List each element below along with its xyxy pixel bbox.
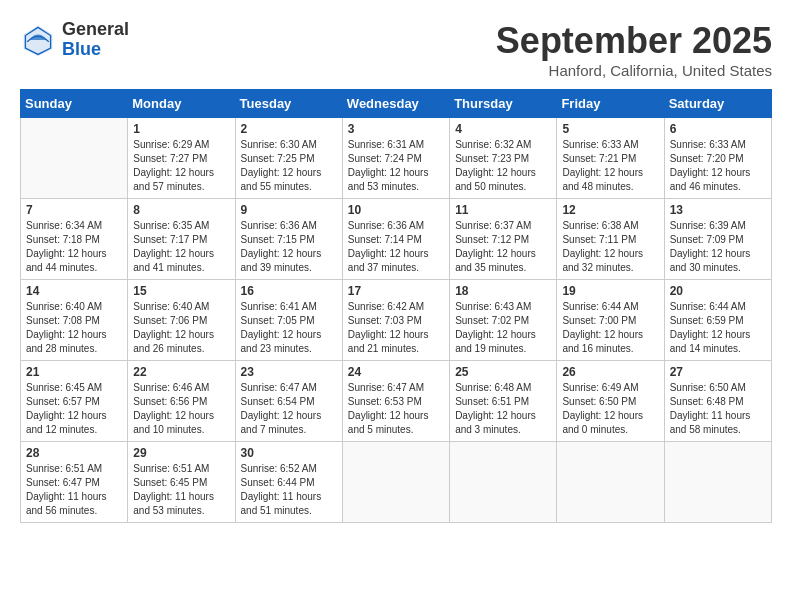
calendar-cell: 20Sunrise: 6:44 AM Sunset: 6:59 PM Dayli… [664,280,771,361]
logo-icon [20,22,56,58]
calendar-cell [21,118,128,199]
calendar-table: SundayMondayTuesdayWednesdayThursdayFrid… [20,89,772,523]
day-number: 4 [455,122,551,136]
logo-text: General Blue [62,20,129,60]
weekday-header-friday: Friday [557,90,664,118]
calendar-cell [342,442,449,523]
calendar-cell: 5Sunrise: 6:33 AM Sunset: 7:21 PM Daylig… [557,118,664,199]
day-number: 24 [348,365,444,379]
weekday-header-tuesday: Tuesday [235,90,342,118]
day-number: 22 [133,365,229,379]
calendar-cell: 6Sunrise: 6:33 AM Sunset: 7:20 PM Daylig… [664,118,771,199]
calendar-cell: 27Sunrise: 6:50 AM Sunset: 6:48 PM Dayli… [664,361,771,442]
title-area: September 2025 Hanford, California, Unit… [496,20,772,79]
day-info: Sunrise: 6:51 AM Sunset: 6:47 PM Dayligh… [26,462,122,518]
day-number: 14 [26,284,122,298]
calendar-cell: 24Sunrise: 6:47 AM Sunset: 6:53 PM Dayli… [342,361,449,442]
calendar-cell: 22Sunrise: 6:46 AM Sunset: 6:56 PM Dayli… [128,361,235,442]
day-info: Sunrise: 6:40 AM Sunset: 7:08 PM Dayligh… [26,300,122,356]
day-number: 19 [562,284,658,298]
day-info: Sunrise: 6:52 AM Sunset: 6:44 PM Dayligh… [241,462,337,518]
day-number: 27 [670,365,766,379]
day-info: Sunrise: 6:39 AM Sunset: 7:09 PM Dayligh… [670,219,766,275]
day-info: Sunrise: 6:47 AM Sunset: 6:54 PM Dayligh… [241,381,337,437]
day-info: Sunrise: 6:43 AM Sunset: 7:02 PM Dayligh… [455,300,551,356]
day-number: 9 [241,203,337,217]
day-info: Sunrise: 6:48 AM Sunset: 6:51 PM Dayligh… [455,381,551,437]
day-number: 8 [133,203,229,217]
calendar-cell: 21Sunrise: 6:45 AM Sunset: 6:57 PM Dayli… [21,361,128,442]
day-info: Sunrise: 6:50 AM Sunset: 6:48 PM Dayligh… [670,381,766,437]
day-info: Sunrise: 6:42 AM Sunset: 7:03 PM Dayligh… [348,300,444,356]
logo: General Blue [20,20,129,60]
day-info: Sunrise: 6:33 AM Sunset: 7:20 PM Dayligh… [670,138,766,194]
day-info: Sunrise: 6:41 AM Sunset: 7:05 PM Dayligh… [241,300,337,356]
day-info: Sunrise: 6:30 AM Sunset: 7:25 PM Dayligh… [241,138,337,194]
day-number: 12 [562,203,658,217]
calendar-cell: 17Sunrise: 6:42 AM Sunset: 7:03 PM Dayli… [342,280,449,361]
calendar-cell: 7Sunrise: 6:34 AM Sunset: 7:18 PM Daylig… [21,199,128,280]
day-number: 29 [133,446,229,460]
day-number: 23 [241,365,337,379]
calendar-cell: 4Sunrise: 6:32 AM Sunset: 7:23 PM Daylig… [450,118,557,199]
day-number: 2 [241,122,337,136]
day-number: 25 [455,365,551,379]
weekday-header-monday: Monday [128,90,235,118]
calendar-cell: 29Sunrise: 6:51 AM Sunset: 6:45 PM Dayli… [128,442,235,523]
weekday-header-saturday: Saturday [664,90,771,118]
calendar-cell: 13Sunrise: 6:39 AM Sunset: 7:09 PM Dayli… [664,199,771,280]
day-number: 7 [26,203,122,217]
calendar-cell: 30Sunrise: 6:52 AM Sunset: 6:44 PM Dayli… [235,442,342,523]
day-info: Sunrise: 6:44 AM Sunset: 7:00 PM Dayligh… [562,300,658,356]
calendar-cell: 23Sunrise: 6:47 AM Sunset: 6:54 PM Dayli… [235,361,342,442]
calendar-cell: 15Sunrise: 6:40 AM Sunset: 7:06 PM Dayli… [128,280,235,361]
day-info: Sunrise: 6:45 AM Sunset: 6:57 PM Dayligh… [26,381,122,437]
day-number: 1 [133,122,229,136]
calendar-cell [557,442,664,523]
day-number: 28 [26,446,122,460]
day-number: 18 [455,284,551,298]
day-info: Sunrise: 6:32 AM Sunset: 7:23 PM Dayligh… [455,138,551,194]
calendar-cell: 2Sunrise: 6:30 AM Sunset: 7:25 PM Daylig… [235,118,342,199]
calendar-cell: 28Sunrise: 6:51 AM Sunset: 6:47 PM Dayli… [21,442,128,523]
day-number: 15 [133,284,229,298]
day-info: Sunrise: 6:34 AM Sunset: 7:18 PM Dayligh… [26,219,122,275]
month-title: September 2025 [496,20,772,62]
day-info: Sunrise: 6:40 AM Sunset: 7:06 PM Dayligh… [133,300,229,356]
location-subtitle: Hanford, California, United States [496,62,772,79]
calendar-cell: 1Sunrise: 6:29 AM Sunset: 7:27 PM Daylig… [128,118,235,199]
calendar-cell: 12Sunrise: 6:38 AM Sunset: 7:11 PM Dayli… [557,199,664,280]
weekday-header-wednesday: Wednesday [342,90,449,118]
calendar-cell: 25Sunrise: 6:48 AM Sunset: 6:51 PM Dayli… [450,361,557,442]
day-number: 11 [455,203,551,217]
calendar-cell [450,442,557,523]
calendar-cell: 26Sunrise: 6:49 AM Sunset: 6:50 PM Dayli… [557,361,664,442]
calendar-cell [664,442,771,523]
day-info: Sunrise: 6:47 AM Sunset: 6:53 PM Dayligh… [348,381,444,437]
header: General Blue September 2025 Hanford, Cal… [20,20,772,79]
day-number: 30 [241,446,337,460]
calendar-cell: 9Sunrise: 6:36 AM Sunset: 7:15 PM Daylig… [235,199,342,280]
day-number: 16 [241,284,337,298]
day-info: Sunrise: 6:49 AM Sunset: 6:50 PM Dayligh… [562,381,658,437]
day-info: Sunrise: 6:38 AM Sunset: 7:11 PM Dayligh… [562,219,658,275]
day-number: 20 [670,284,766,298]
calendar-cell: 10Sunrise: 6:36 AM Sunset: 7:14 PM Dayli… [342,199,449,280]
day-number: 13 [670,203,766,217]
day-info: Sunrise: 6:33 AM Sunset: 7:21 PM Dayligh… [562,138,658,194]
day-info: Sunrise: 6:31 AM Sunset: 7:24 PM Dayligh… [348,138,444,194]
day-info: Sunrise: 6:35 AM Sunset: 7:17 PM Dayligh… [133,219,229,275]
weekday-header-sunday: Sunday [21,90,128,118]
day-number: 6 [670,122,766,136]
day-number: 3 [348,122,444,136]
calendar-cell: 11Sunrise: 6:37 AM Sunset: 7:12 PM Dayli… [450,199,557,280]
calendar-cell: 14Sunrise: 6:40 AM Sunset: 7:08 PM Dayli… [21,280,128,361]
calendar-cell: 18Sunrise: 6:43 AM Sunset: 7:02 PM Dayli… [450,280,557,361]
day-number: 5 [562,122,658,136]
calendar-cell: 19Sunrise: 6:44 AM Sunset: 7:00 PM Dayli… [557,280,664,361]
day-number: 10 [348,203,444,217]
day-number: 21 [26,365,122,379]
day-number: 26 [562,365,658,379]
weekday-header-thursday: Thursday [450,90,557,118]
day-number: 17 [348,284,444,298]
